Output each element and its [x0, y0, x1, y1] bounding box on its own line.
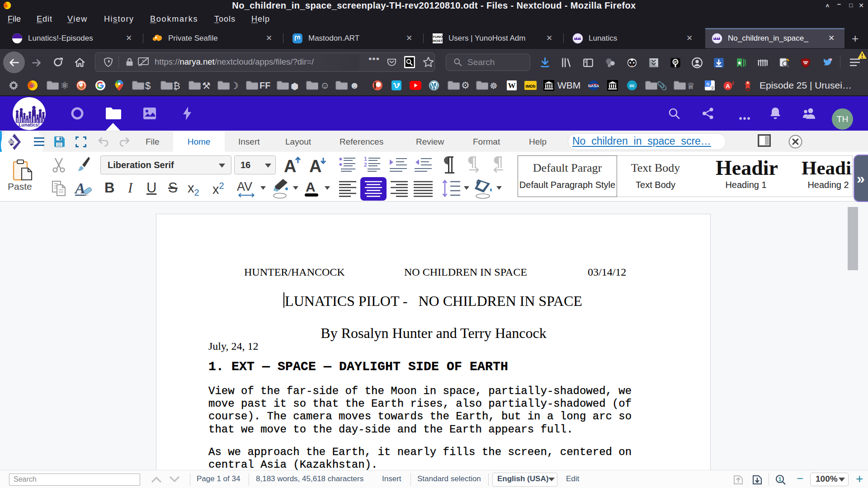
svg-text:1: 1	[778, 476, 781, 483]
